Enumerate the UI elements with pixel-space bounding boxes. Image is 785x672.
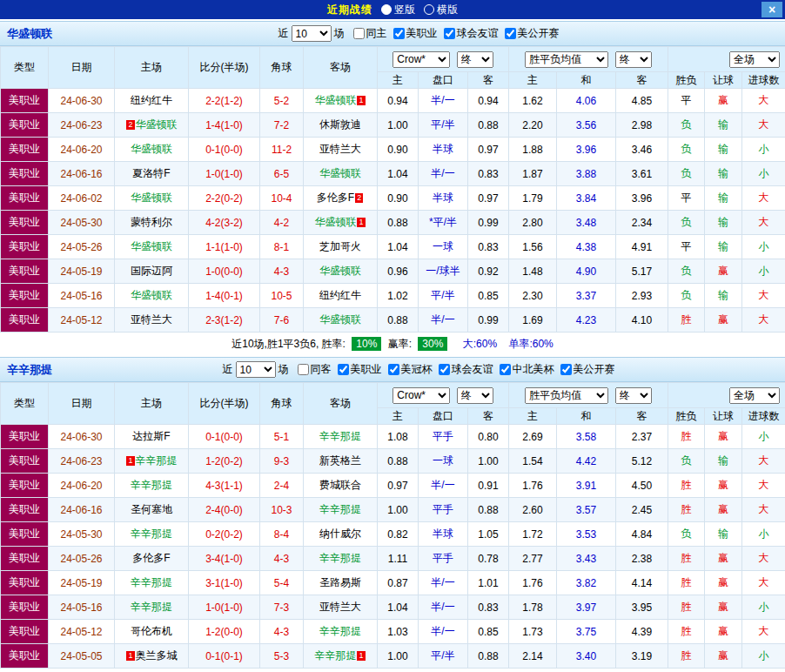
asia-handicap: 平手 [419, 498, 468, 522]
europe-draw-odds: 3.82 [557, 571, 616, 595]
match-count-select[interactable]: 10 [292, 25, 332, 42]
page-title: 近期战绩 [327, 3, 372, 17]
league-cell: 美职业 [1, 138, 49, 162]
league-cell: 美职业 [1, 259, 49, 284]
result-cell: 平 [668, 186, 705, 211]
layout-radio-horizontal[interactable]: 横版 [424, 3, 458, 17]
europe-odds-select[interactable]: 胜平负均值 [525, 387, 608, 404]
checkbox-label: 中北美杯 [513, 362, 554, 377]
europe-draw-odds: 4.23 [557, 308, 616, 333]
checkbox-label: 美职业 [406, 26, 438, 41]
score-cell: 1-0(0-0) [189, 259, 260, 284]
europe-home-odds: 2.80 [509, 211, 557, 235]
europe-away-odds: 3.96 [616, 186, 668, 211]
asia-handicap: 一球 [419, 449, 468, 474]
match-row: 美职业24-06-16夏洛特F1-0(1-0)6-5华盛顿联1.04半/一0.8… [1, 162, 785, 186]
filter-checkbox[interactable]: 球会友谊 [439, 362, 493, 377]
odds-stage-select[interactable]: 终 [457, 51, 493, 68]
europe-away-odds: 4.10 [616, 308, 668, 333]
team-label: 辛辛那提 [131, 576, 172, 588]
league-cell: 美职业 [1, 308, 49, 333]
europe-away-odds: 4.39 [616, 620, 668, 644]
close-button[interactable]: × [762, 2, 782, 17]
checkbox-input[interactable] [353, 28, 365, 39]
team-label: 华盛顿联 [319, 167, 361, 179]
europe-home-odds: 2.77 [509, 547, 557, 571]
asia-handicap: 半/一 [419, 89, 468, 113]
filter-checkbox[interactable]: 美职业 [393, 26, 438, 41]
filter-checkbox[interactable]: 同客 [298, 362, 332, 377]
asia-odds-header: Crow* 终 [378, 47, 509, 72]
europe-stage-select[interactable]: 终 [615, 51, 652, 68]
filter-checkboxes: 同客美职业美冠杯球会友谊中北美杯美公开赛 [292, 362, 615, 377]
handicap-result-cell: 赢 [705, 498, 742, 522]
match-row: 美职业24-05-16辛辛那提1-0(1-0)7-3亚特兰大1.04半/一0.8… [1, 595, 785, 620]
checkbox-input[interactable] [505, 28, 516, 39]
checkbox-input[interactable] [500, 364, 511, 375]
europe-draw-odds: 3.97 [557, 595, 616, 620]
radio-horizontal-label: 横版 [437, 3, 458, 17]
europe-odds-select[interactable]: 胜平负均值 [525, 51, 608, 68]
asia-home-odds: 1.02 [378, 284, 419, 308]
home-team-cell: 1奥兰多城 [115, 644, 189, 669]
col-header-type: 类型 [1, 383, 49, 425]
team-label: 蒙特利尔 [131, 216, 172, 228]
odds-company-select[interactable]: Crow* [392, 51, 450, 68]
league-cell: 美职业 [1, 522, 49, 547]
asia-away-odds: 0.91 [468, 474, 509, 498]
result-cell: 负 [668, 449, 705, 474]
goals-cell: 大 [742, 284, 785, 308]
checkbox-label: 同主 [366, 26, 387, 41]
filter-checkbox[interactable]: 中北美杯 [500, 362, 554, 377]
asia-home-odds: 0.82 [378, 522, 419, 547]
corner-cell: 4-3 [260, 259, 304, 284]
checkbox-input[interactable] [338, 364, 349, 375]
goals-cell: 大 [742, 620, 785, 644]
match-row: 美职业24-06-16圣何塞地2-4(0-0)10-3辛辛那提1.00平手0.8… [1, 498, 785, 522]
rank-badge: 1 [357, 96, 365, 105]
result-cell: 胜 [668, 425, 705, 449]
asia-home-odds: 0.94 [378, 89, 419, 113]
filter-checkbox[interactable]: 美冠杯 [388, 362, 433, 377]
summary-bar: 近10场,胜8平0负2, 胜率: 80% 赢率: 80% 大:50% 单率:70… [0, 669, 785, 672]
odds-stage-select[interactable]: 终 [457, 387, 493, 404]
handicap-result-cell: 赢 [705, 571, 742, 595]
result-cell: 胜 [668, 571, 705, 595]
asia-away-odds: 0.83 [468, 235, 509, 259]
match-count-select[interactable]: 10 [236, 361, 276, 378]
corner-cell: 5-1 [260, 425, 304, 449]
sub-header-europe-away: 客 [616, 408, 668, 425]
summary-text: 近10场,胜1平3负6, 胜率: [231, 338, 346, 350]
checkbox-input[interactable] [439, 364, 450, 375]
filter-checkbox[interactable]: 美公开赛 [505, 26, 560, 41]
europe-stage-select[interactable]: 终 [615, 387, 652, 404]
filter-checkbox[interactable]: 美职业 [338, 362, 382, 377]
checkbox-input[interactable] [560, 364, 572, 375]
score-cell: 0-1(0-0) [189, 138, 260, 162]
odds-company-select[interactable]: Crow* [392, 387, 450, 404]
layout-radio-vertical[interactable]: 竖版 [381, 3, 415, 17]
league-cell: 美职业 [1, 162, 49, 186]
handicap-result-cell: 输 [705, 235, 742, 259]
fullmatch-select[interactable]: 全场 [729, 387, 780, 404]
goals-cell: 小 [742, 259, 785, 284]
asia-home-odds: 0.88 [378, 308, 419, 333]
rank-badge: 2 [355, 193, 363, 203]
goals-cell: 大 [742, 449, 785, 474]
sub-header-goals: 进球数 [742, 72, 785, 89]
handicap-rate-badge: 30% [418, 337, 447, 351]
filter-checkbox[interactable]: 美公开赛 [560, 362, 615, 377]
checkbox-label: 美冠杯 [401, 362, 433, 377]
checkbox-input[interactable] [298, 364, 309, 375]
checkbox-input[interactable] [388, 364, 399, 375]
filter-checkbox[interactable]: 球会友谊 [444, 26, 499, 41]
checkbox-input[interactable] [393, 28, 405, 39]
asia-handicap: 半/一 [419, 474, 468, 498]
sub-header-asia-away: 客 [468, 408, 509, 425]
asia-handicap: 一球 [419, 235, 468, 259]
fullmatch-select[interactable]: 全场 [729, 51, 780, 68]
result-cell: 胜 [668, 547, 705, 571]
filter-checkbox[interactable]: 同主 [353, 26, 387, 41]
score-cell: 0-1(0-0) [189, 425, 260, 449]
checkbox-input[interactable] [444, 28, 455, 39]
